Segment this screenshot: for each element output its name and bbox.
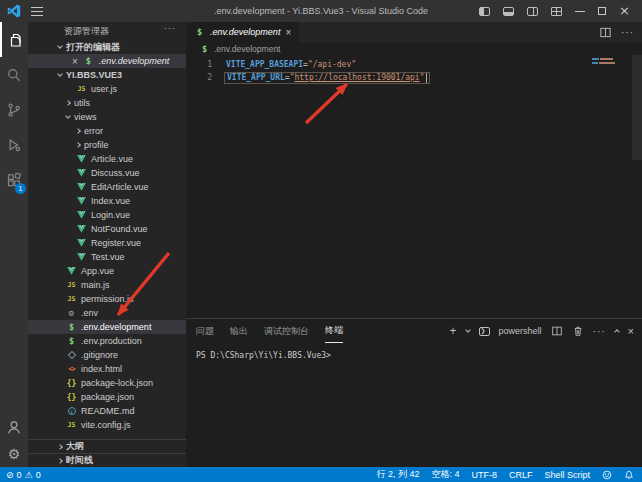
tree-item-permission.js[interactable]: JSpermission.js	[28, 292, 186, 306]
tree-item-label: error	[84, 126, 103, 136]
more-actions-icon[interactable]: ···	[593, 326, 606, 337]
run-and-debug-icon[interactable]	[0, 127, 28, 162]
tree-item-.env.development[interactable]: $.env.development	[28, 320, 186, 334]
split-terminal-icon[interactable]	[551, 325, 563, 337]
js-icon: JS	[68, 281, 76, 289]
problems-indicator[interactable]: ⊘ 0 ⚠ 0	[6, 470, 41, 480]
shell-script-icon: $	[83, 56, 94, 66]
panel-close-icon[interactable]: ×	[628, 325, 634, 337]
editor-actions: ···	[599, 22, 634, 42]
language-mode[interactable]: Shell Script	[544, 470, 590, 480]
tree-item-Discuss.vue[interactable]: Discuss.vue	[28, 166, 186, 180]
minimize-icon[interactable]	[575, 11, 585, 12]
breadcrumb[interactable]: $ .env.development	[186, 42, 642, 55]
tree-item-NotFound.vue[interactable]: NotFound.vue	[28, 222, 186, 236]
url-link[interactable]: http://localhost:19001/api	[294, 73, 419, 82]
settings-gear-icon[interactable]: ⚙	[0, 447, 28, 461]
timeline-section-header[interactable]: 时间线	[28, 453, 186, 467]
tree-item-label: Index.vue	[91, 196, 130, 206]
tree-item-.env.production[interactable]: $.env.production	[28, 334, 186, 348]
eol-sequence[interactable]: CRLF	[509, 470, 533, 480]
tree-item-package.json[interactable]: {}package.json	[28, 390, 186, 404]
editor-scrollbar[interactable]	[632, 55, 642, 160]
terminal-powershell-icon[interactable]: ❯	[479, 327, 490, 336]
chevron-right-icon	[57, 444, 63, 450]
customize-layout-icon[interactable]	[551, 7, 562, 16]
tree-item-README.md[interactable]: iREADME.md	[28, 404, 186, 418]
json-icon: {}	[67, 393, 77, 402]
explorer-icon[interactable]	[0, 22, 28, 57]
terminal[interactable]: PS D:\CSharp\Yi\Yi.BBS.Vue3>	[186, 343, 642, 360]
tree-item-Test.vue[interactable]: Test.vue	[28, 250, 186, 264]
panel-tab-终端[interactable]: 终端	[325, 319, 343, 343]
tree-item-.env[interactable]: ⚙.env	[28, 306, 186, 320]
tree-item-label: .env	[81, 308, 98, 318]
indentation[interactable]: 空格: 4	[431, 468, 459, 481]
shell-selector[interactable]: powershell	[499, 326, 542, 336]
new-terminal-icon[interactable]: +	[450, 324, 457, 338]
tree-item-vite.config.js[interactable]: JSvite.config.js	[28, 418, 186, 432]
panel-tab-输出[interactable]: 输出	[230, 319, 248, 343]
feedback-icon[interactable]	[602, 470, 612, 480]
tree-item-.gitignore[interactable]: .gitignore	[28, 348, 186, 362]
explorer-sidebar: 资源管理器 ··· 打开的编辑器 × $ .env.development YI…	[28, 22, 186, 467]
toggle-secondary-sidebar-icon[interactable]	[527, 7, 538, 16]
git-diamond	[67, 351, 75, 359]
code-editor[interactable]: 1VITE_APP_BASEAPI="/api-dev"2VITE_APP_UR…	[186, 55, 642, 318]
tree-item-Login.vue[interactable]: Login.vue	[28, 208, 186, 222]
search-icon[interactable]	[0, 57, 28, 92]
code-line-2: 2VITE_APP_URL="http://localhost:19001/ap…	[186, 71, 642, 84]
bell-icon[interactable]	[624, 470, 634, 480]
vue-icon	[76, 211, 87, 219]
panel-maximize-icon[interactable]	[614, 329, 620, 335]
error-icon: ⊘	[6, 470, 14, 480]
tree-item-label: Register.vue	[91, 238, 141, 248]
close-icon[interactable]: ×	[619, 6, 630, 16]
more-actions-icon[interactable]: ···	[164, 23, 176, 33]
shell-script-icon: $	[69, 322, 74, 332]
text-cursor	[426, 73, 427, 83]
close-editor-icon[interactable]: ×	[72, 57, 78, 66]
file-type-icon: <>	[66, 365, 77, 373]
tree-item-package-lock.json[interactable]: {}package-lock.json	[28, 376, 186, 390]
tree-item-label: Login.vue	[91, 210, 130, 220]
project-section-header[interactable]: YI.BBS.VUE3	[28, 68, 186, 82]
tree-item-utils[interactable]: utils	[28, 96, 186, 110]
tree-item-index.html[interactable]: <>index.html	[28, 362, 186, 376]
more-actions-icon[interactable]: ···	[621, 27, 634, 38]
source-control-icon[interactable]	[0, 92, 28, 127]
tree-item-Index.vue[interactable]: Index.vue	[28, 194, 186, 208]
maximize-icon[interactable]	[598, 7, 606, 15]
chevron-down-icon[interactable]	[465, 327, 471, 333]
tree-item-profile[interactable]: profile	[28, 138, 186, 152]
split-editor-icon[interactable]	[599, 26, 612, 39]
tree-item-error[interactable]: error	[28, 124, 186, 138]
tree-item-Article.vue[interactable]: Article.vue	[28, 152, 186, 166]
encoding[interactable]: UTF-8	[471, 470, 497, 480]
panel-tab-调试控制台[interactable]: 调试控制台	[264, 319, 309, 343]
tree-item-EditArticle.vue[interactable]: EditArticle.vue	[28, 180, 186, 194]
minimap[interactable]	[592, 58, 616, 66]
env-value: "/api-dev"	[308, 60, 356, 69]
menu-icon[interactable]	[31, 7, 43, 16]
tab-env-development[interactable]: $ .env.development ×	[186, 22, 299, 42]
tree-item-main.js[interactable]: JSmain.js	[28, 278, 186, 292]
open-editor-env-development[interactable]: × $ .env.development	[28, 54, 186, 68]
vscode-window: .env.development - Yi.BBS.Vue3 - Visual …	[0, 0, 642, 482]
tree-item-Register.vue[interactable]: Register.vue	[28, 236, 186, 250]
panel-tab-问题[interactable]: 问题	[196, 319, 214, 343]
open-editors-header[interactable]: 打开的编辑器	[28, 40, 186, 54]
toggle-panel-icon[interactable]	[503, 7, 514, 16]
cursor-position[interactable]: 行 2, 列 42	[376, 468, 419, 481]
file-tree: JSuser.jsutilsviewserrorprofileArticle.v…	[28, 82, 186, 432]
tree-item-App.vue[interactable]: App.vue	[28, 264, 186, 278]
close-tab-icon[interactable]: ×	[285, 27, 291, 38]
trash-icon[interactable]	[572, 325, 584, 337]
extensions-icon[interactable]: 1	[0, 162, 28, 197]
outline-section-header[interactable]: 大纲	[28, 439, 186, 453]
tree-item-views[interactable]: views	[28, 110, 186, 124]
account-icon[interactable]	[0, 419, 28, 435]
toggle-sidebar-icon[interactable]	[479, 7, 490, 16]
tree-item-user.js[interactable]: JSuser.js	[28, 82, 186, 96]
tree-item-label: EditArticle.vue	[91, 182, 149, 192]
